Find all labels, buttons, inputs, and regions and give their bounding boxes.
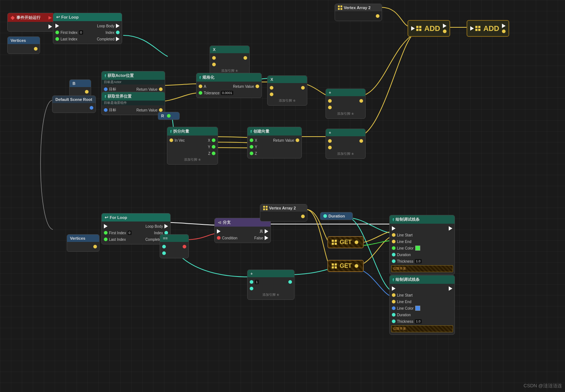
exec-out-port	[48, 24, 52, 29]
multiply2-node: X 添加引脚 ⊕	[267, 75, 307, 106]
vertices-1-label: Vertices	[11, 38, 26, 43]
equals-node: ==	[160, 234, 189, 258]
exec-in-port	[55, 24, 59, 28]
add3-node: + 1 添加引脚 ⊕	[247, 270, 295, 300]
branch-node: ⊲ 分支 真 Condition False	[214, 218, 271, 243]
draw-debug-1-node: f 绘制调试线条 Line Start Line End Line Color	[389, 215, 455, 275]
vertices-2-node: Vertices	[67, 234, 100, 252]
normalize-label: 规格化	[202, 75, 214, 80]
r-node: R	[158, 112, 180, 120]
draw-debug-2-node: f 绘制调试线条 Line Start Line End Line Color	[389, 275, 455, 335]
decompose-node: f 拆分向量 In Vec X Y Z	[167, 127, 218, 165]
watermark: CSDN @涟涟涟连	[523, 383, 562, 389]
get-world-pos-label: 获取世界位置	[108, 94, 132, 99]
vertex-array-2-top-label: Vertex Array 2	[344, 5, 371, 10]
for-loop-2-label: For Loop	[110, 215, 127, 220]
vertices-2-label: Vertices	[70, 236, 85, 240]
add-node-1: ADD	[408, 20, 450, 37]
b-node: B	[69, 79, 91, 97]
completed-port	[116, 37, 120, 41]
multiply1-label: X	[213, 47, 215, 52]
get-world-pos-node: f 获取世界位置 目标是场景组件 目标 Return Value	[101, 92, 165, 115]
vertex-array-2-top-node: Vertex Array 2	[335, 4, 382, 21]
duration-label: Duration	[328, 214, 345, 218]
add2-node: + 添加引脚 ⊕	[326, 129, 366, 159]
for-loop-1-label: For Loop	[61, 15, 79, 19]
get2-node: GET	[327, 260, 364, 272]
event-node: ◆ 事件开始运行 ▶	[7, 13, 55, 32]
default-scene-root-node: Default Scene Root	[52, 95, 96, 113]
loop-body-port	[116, 24, 120, 28]
make-vector-node: f 创建向量 X Return Value Y Z	[247, 127, 302, 158]
get-actor-pos-label: 获取Actor位置	[108, 73, 134, 78]
default-scene-root-label: Default Scene Root	[55, 97, 92, 102]
event-node-label: 事件开始运行	[16, 15, 40, 20]
for-loop-1-node: ↩ For Loop Loop Body First Index 0 Index	[53, 13, 122, 44]
multiply1-node: X 添加引脚 ⊕	[210, 46, 250, 76]
b-node-label: B	[73, 81, 75, 86]
connections-canvas	[0, 0, 565, 392]
vertices-1-node: Vertices	[7, 36, 40, 54]
normalize-node: f 规格化 A Return Value Tolerance 0.0001	[196, 73, 262, 98]
duration-node: Duration	[320, 212, 353, 220]
add1-node: + 添加引脚 ⊕	[326, 89, 366, 119]
get1-node: GET	[327, 236, 364, 248]
add-node-2: ADD	[467, 20, 509, 37]
vertex-array-2-bot-node: Vertex Array 2	[260, 204, 307, 222]
